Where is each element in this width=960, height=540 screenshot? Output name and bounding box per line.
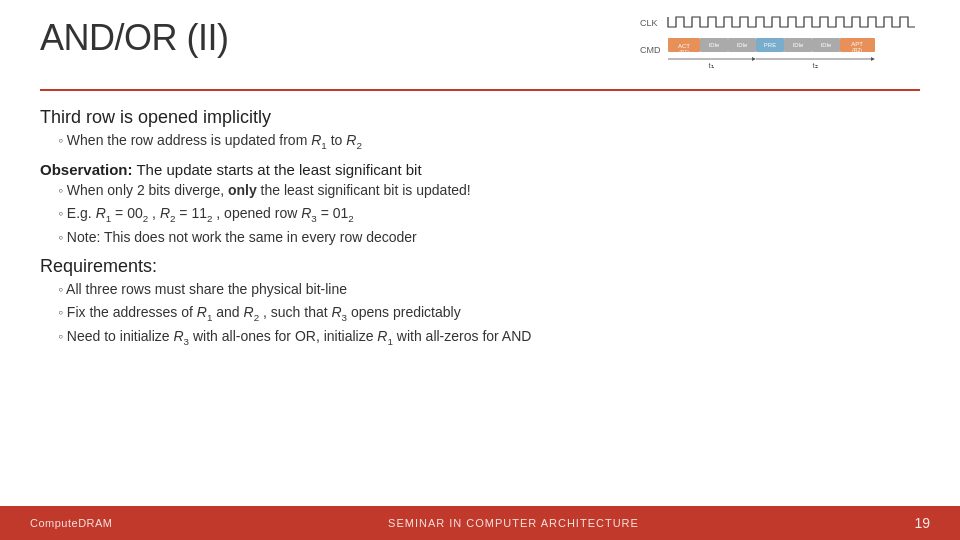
third-row-title: Third row is opened implicitly [40,107,920,128]
svg-text:(R2): (R2) [852,47,862,53]
section-third-row: Third row is opened implicitly When the … [40,107,920,153]
svg-text:IDle: IDle [793,42,804,48]
bullet-fix-addresses: Fix the addresses of R1 and R2 , such th… [58,302,920,325]
observation-header: Observation: The update starts at the le… [40,161,920,178]
footer-left-text: ComputeDRAM [30,517,113,529]
section-requirements: Requirements: All three rows must share … [40,256,920,349]
footer-page-number: 19 [914,515,930,531]
footer-center-text: SEMINAR IN COMPUTER ARCHITECTURE [388,517,639,529]
slide-title: AND/OR (II) [40,18,229,58]
main-content: Third row is opened implicitly When the … [0,91,960,540]
section-observation: Observation: The update starts at the le… [40,161,920,248]
bullet-example: E.g. R1 = 002 , R2 = 112 , opened row R3… [58,203,920,226]
svg-text:IDle: IDle [737,42,748,48]
svg-text:(R1): (R1) [679,49,689,55]
svg-text:PRE: PRE [764,42,776,48]
svg-text:CLK: CLK [640,18,658,28]
footer: ComputeDRAM SEMINAR IN COMPUTER ARCHITEC… [0,506,960,540]
bullet-bit-line: All three rows must share the physical b… [58,279,920,301]
svg-text:t₂: t₂ [812,61,817,70]
bullet-row-address: When the row address is updated from R1 … [58,130,920,153]
waveform-svg: CLK CMD ACT (R1) IDle IDle PRE [640,13,920,78]
svg-text:CMD: CMD [640,45,661,55]
svg-text:IDle: IDle [821,42,832,48]
svg-text:IDle: IDle [709,42,720,48]
bullet-bits-diverge: When only 2 bits diverge, only the least… [58,180,920,202]
bullet-initialize: Need to initialize R3 with all-ones for … [58,326,920,349]
svg-text:t₁: t₁ [708,61,713,70]
slide: AND/OR (II) CLK CMD ACT (R1) IDle [0,0,960,540]
bullet-note: Note: This does not work the same in eve… [58,227,920,249]
waveform-diagram: CLK CMD ACT (R1) IDle IDle PRE [640,13,920,83]
requirements-title: Requirements: [40,256,920,277]
header: AND/OR (II) CLK CMD ACT (R1) IDle [0,0,960,83]
